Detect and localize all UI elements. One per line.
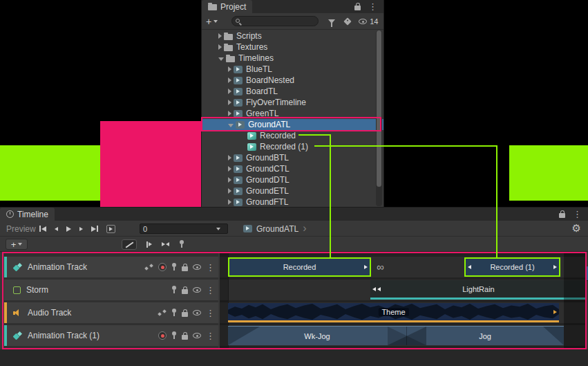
play-range-button[interactable] bbox=[106, 225, 115, 233]
kebab-menu-icon[interactable]: ⋮ bbox=[206, 331, 215, 340]
timeline-icon bbox=[6, 210, 14, 218]
eye-icon bbox=[359, 19, 367, 24]
expand-arrow-icon[interactable] bbox=[218, 33, 222, 39]
tree-item-greentl[interactable]: GreenTL bbox=[202, 108, 383, 119]
clip-jog[interactable]: Jog bbox=[406, 327, 564, 345]
timeline-toolbar: Preview GroundATL › ⚙ bbox=[0, 221, 588, 237]
lock-icon[interactable] bbox=[182, 312, 188, 317]
breadcrumb[interactable]: GroundATL › bbox=[243, 221, 306, 237]
goto-start-button[interactable] bbox=[39, 226, 46, 232]
expand-arrow-icon[interactable] bbox=[228, 166, 231, 172]
tree-item-groundetl[interactable]: GroundETL bbox=[202, 185, 383, 196]
search-input[interactable] bbox=[245, 17, 316, 26]
search-by-type-icon[interactable] bbox=[328, 19, 335, 24]
clip-theme[interactable]: Theme bbox=[228, 303, 559, 322]
tree-item-bluetl[interactable]: BlueTL bbox=[202, 64, 383, 75]
tree-item-flyovertimeline[interactable]: FlyOverTimeline bbox=[202, 97, 383, 108]
track-header-animation-track[interactable]: Animation Track ⋮ bbox=[4, 257, 218, 277]
lock-icon[interactable] bbox=[182, 289, 188, 294]
tree-item-groundftl[interactable]: GroundFTL bbox=[202, 196, 383, 208]
visibility-toggle[interactable]: 14 bbox=[359, 17, 378, 26]
clip-label: Recorded (1) bbox=[490, 263, 534, 271]
eye-icon[interactable] bbox=[193, 333, 201, 338]
scrollbar-thumb[interactable] bbox=[377, 30, 381, 187]
goto-end-button[interactable] bbox=[91, 226, 98, 232]
animation-track-icon bbox=[13, 331, 22, 340]
scrollbar[interactable] bbox=[376, 30, 382, 206]
track-header-audio-track[interactable]: Audio Track ⋮ bbox=[4, 302, 218, 323]
clip-recorded[interactable]: Recorded bbox=[228, 257, 371, 277]
pin-icon[interactable] bbox=[171, 331, 177, 340]
clip-wkjog[interactable]: Wk-Jog bbox=[228, 327, 406, 345]
curves-icon[interactable] bbox=[144, 264, 153, 271]
tree-item-scripts[interactable]: Scripts bbox=[202, 30, 383, 42]
eye-icon[interactable] bbox=[193, 287, 201, 293]
pin-icon[interactable] bbox=[171, 309, 177, 317]
tree-item-groundbtl[interactable]: GroundBTL bbox=[202, 152, 383, 163]
tree-item-groundctl[interactable]: GroundCTL bbox=[202, 163, 383, 174]
tree-item-grounddtl[interactable]: GroundDTL bbox=[202, 174, 383, 185]
collapse-arrow-icon[interactable] bbox=[228, 124, 234, 127]
tab-timeline[interactable]: Timeline bbox=[0, 208, 55, 221]
chevron-down-icon[interactable] bbox=[216, 228, 220, 230]
track-header-storm[interactable]: Storm ⋮ bbox=[4, 280, 218, 300]
pin-icon[interactable] bbox=[171, 263, 177, 271]
play-button[interactable] bbox=[66, 226, 71, 232]
lock-icon[interactable] bbox=[182, 266, 188, 271]
frame-field[interactable] bbox=[140, 223, 228, 234]
clip-label: LightRain bbox=[462, 285, 494, 293]
expand-arrow-icon[interactable] bbox=[228, 100, 231, 105]
previous-frame-button[interactable] bbox=[55, 227, 58, 231]
expand-arrow-icon[interactable] bbox=[228, 199, 231, 205]
collapse-arrow-icon[interactable] bbox=[218, 57, 224, 61]
tree-item-groundatl-selected[interactable]: GroundATL bbox=[202, 119, 383, 130]
curves-icon[interactable] bbox=[158, 309, 167, 316]
track-header-animation-track-1[interactable]: Animation Track (1) ⋮ bbox=[4, 325, 218, 346]
clip-recorded-1[interactable]: Recorded (1) bbox=[464, 257, 560, 277]
eye-icon[interactable] bbox=[193, 310, 201, 315]
ripple-mode-icon[interactable] bbox=[146, 241, 152, 248]
tree-item-recorded[interactable]: Recorded bbox=[202, 130, 383, 141]
add-track-button[interactable]: + bbox=[6, 239, 28, 250]
next-frame-button[interactable] bbox=[79, 227, 83, 231]
expand-arrow-icon[interactable] bbox=[228, 111, 231, 116]
tree-item-recorded-1[interactable]: Recorded (1) bbox=[202, 141, 383, 152]
kebab-menu-icon[interactable]: ⋮ bbox=[368, 2, 377, 11]
expand-arrow-icon[interactable] bbox=[228, 66, 231, 72]
kebab-menu-icon[interactable]: ⋮ bbox=[206, 309, 215, 318]
expand-arrow-icon[interactable] bbox=[228, 89, 231, 94]
mix-mode-icon[interactable] bbox=[122, 239, 137, 250]
tree-item-label: BoardTL bbox=[246, 86, 278, 96]
expand-arrow-icon[interactable] bbox=[228, 188, 231, 194]
lock-icon[interactable] bbox=[559, 213, 565, 218]
tab-project[interactable]: Project bbox=[202, 0, 252, 13]
kebab-menu-icon[interactable]: ⋮ bbox=[206, 263, 215, 272]
tree-item-boardtl[interactable]: BoardTL bbox=[202, 86, 383, 97]
preview-button[interactable]: Preview bbox=[6, 224, 36, 234]
record-button[interactable] bbox=[158, 263, 167, 271]
lock-icon[interactable] bbox=[182, 335, 188, 340]
tree-item-label: GroundCTL bbox=[246, 164, 290, 174]
game-view-pink-block bbox=[100, 121, 202, 208]
tree-item-timelines[interactable]: Timelines bbox=[202, 53, 383, 64]
kebab-menu-icon[interactable]: ⋮ bbox=[573, 210, 582, 219]
expand-arrow-icon[interactable] bbox=[228, 77, 231, 83]
pin-icon[interactable] bbox=[171, 286, 177, 294]
eye-icon[interactable] bbox=[193, 264, 201, 270]
gear-icon[interactable]: ⚙ bbox=[572, 223, 581, 233]
kebab-menu-icon[interactable]: ⋮ bbox=[206, 286, 215, 295]
search-field[interactable] bbox=[231, 16, 319, 26]
search-by-label-icon[interactable] bbox=[344, 17, 352, 25]
marker-pin-icon[interactable] bbox=[179, 240, 184, 248]
frame-input[interactable] bbox=[140, 224, 216, 234]
expand-arrow-icon[interactable] bbox=[228, 155, 231, 161]
clip-lightrain[interactable]: LightRain bbox=[370, 280, 587, 300]
expand-arrow-icon[interactable] bbox=[228, 177, 231, 183]
tree-item-boardnested[interactable]: BoardNested bbox=[202, 75, 383, 86]
record-button[interactable] bbox=[158, 331, 167, 340]
tree-item-textures[interactable]: Textures bbox=[202, 42, 383, 53]
create-menu-button[interactable]: + bbox=[202, 16, 222, 27]
lock-icon[interactable] bbox=[354, 6, 361, 10]
replace-mode-icon[interactable] bbox=[162, 242, 169, 246]
expand-arrow-icon[interactable] bbox=[218, 44, 222, 50]
